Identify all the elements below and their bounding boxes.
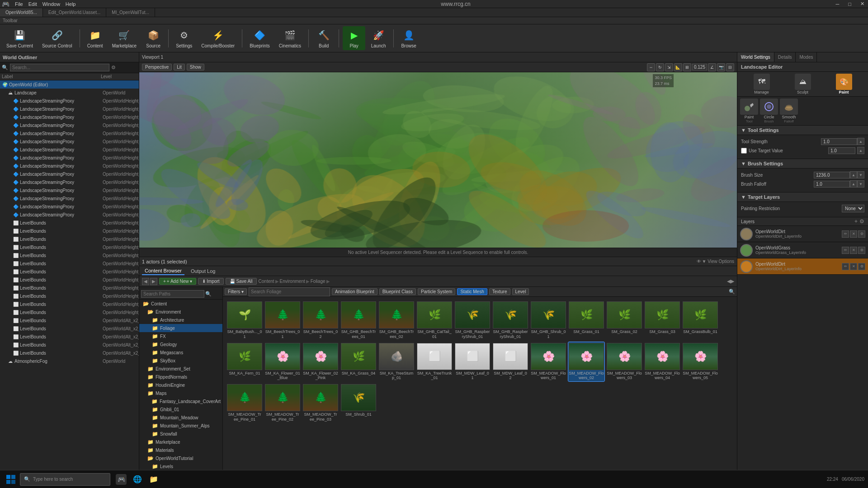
filter-particle[interactable]: Particle System (418, 288, 455, 295)
asset-item[interactable]: 🌱 SM_BabyBush..._01 (226, 300, 263, 340)
launch-button[interactable]: 🚀 Launch (367, 26, 390, 50)
tree-item[interactable]: 🔷 LandscapeStreamingProxy OpenWorldHeigh… (0, 145, 139, 154)
tree-item[interactable]: ⬜ LevelBounds OpenWorldHeight_x0_y0 (0, 308, 139, 316)
tree-item[interactable]: 🔷 LandscapeStreamingProxy OpenWorldHeigh… (0, 105, 139, 113)
cb-tab-content[interactable]: Content Browser (142, 267, 184, 275)
layer-delete-btn[interactable]: ✕ (850, 263, 857, 270)
cb-forward-button[interactable]: ▶ (150, 278, 157, 285)
layer-item[interactable]: OpenWorldGrass OpenWorldGrass_LayerInfo … (737, 242, 868, 258)
filter-texture[interactable]: Texture (489, 288, 510, 295)
asset-item[interactable]: 🌲 SM_BeechTrees_01 (264, 300, 301, 340)
blueprints-button[interactable]: 🔷 Blueprints (246, 26, 273, 50)
tree-item[interactable]: ⬜ LevelBounds OpenWorldAlt_x2_y0 (0, 316, 139, 324)
asset-item[interactable]: 🌾 SM_GHB_Shrub_01 (530, 300, 566, 340)
tree-item[interactable]: ⬜ LevelBounds OpenWorldHeight_x1_z1 (0, 243, 139, 251)
filter-animation[interactable]: Animation Blueprint (332, 288, 377, 295)
tree-item[interactable]: ⬜ LevelBounds OpenWorldHeight_x1_y1 (0, 276, 139, 284)
tree-item[interactable]: ⬜ LevelBounds OpenWorldAlt_x2_y3 (0, 349, 139, 357)
layer-more-btn[interactable]: ⚙ (858, 230, 865, 238)
layer-edit-btn[interactable]: ✏ (842, 230, 849, 238)
folder-item[interactable]: 📁 HoudiniEngine (139, 381, 222, 389)
layer-add-button[interactable]: + (854, 218, 858, 225)
taskbar-explorer-icon[interactable]: 📁 (146, 472, 161, 487)
asset-item[interactable]: ⬜ SM_KA_TreeTrunk_01 (416, 342, 453, 382)
save-all-button[interactable]: 💾 Save All (226, 278, 257, 285)
asset-item[interactable]: 🌸 SM_KA_Flower_02_Pink (302, 342, 339, 382)
tree-item[interactable]: 🔷 LandscapeStreamingProxy OpenWorldHeigh… (0, 186, 139, 194)
asset-item[interactable]: 🌾 SM_GHB_RaspberryShrub_01 (492, 300, 528, 340)
tab-world-settings[interactable]: World Settings (737, 52, 774, 62)
folder-item[interactable]: 📁 Snowfall (139, 430, 222, 438)
filters-dropdown[interactable]: Filters ▾ (225, 288, 247, 295)
painting-restriction-select[interactable]: None (842, 205, 864, 212)
layer-edit-btn[interactable]: ✏ (842, 263, 849, 270)
brush-falloff-input[interactable] (814, 181, 850, 188)
circle-tool-btn[interactable]: Circle Brush (760, 99, 778, 123)
asset-item[interactable]: 🌿 SM_KA_Fern_01 (226, 342, 263, 382)
asset-item[interactable]: 🌿 SM_Grass_03 (644, 300, 680, 340)
brush-size-down[interactable]: ▼ (857, 171, 864, 178)
tree-item[interactable]: ⬜ LevelBounds OpenWorldAlt_x2_y1 (0, 324, 139, 333)
asset-item[interactable]: 🌸 SM_MEADOW_Flowers_05 (682, 342, 718, 382)
layer-item[interactable]: OpenWorldDirt OpenWorldDirt_LayerInfo ✏ … (737, 258, 868, 275)
window-minimize[interactable]: ─ (836, 1, 840, 7)
tab-modes[interactable]: Modes (796, 52, 817, 62)
browse-button[interactable]: 👤 Browse (397, 26, 420, 50)
vp-scale-icon[interactable]: ⇲ (665, 63, 673, 71)
source-control-button[interactable]: 🔗 Source Control (38, 26, 76, 50)
asset-item[interactable]: 🌿 SM_GrassBulb_01 (682, 300, 718, 340)
tree-item[interactable]: 🔷 LandscapeStreamingProxy OpenWorldHeigh… (0, 202, 139, 211)
settings-button[interactable]: ⚙ Settings (172, 26, 196, 50)
layer-edit-btn[interactable]: ✏ (842, 247, 849, 254)
brush-falloff-down[interactable]: ▼ (857, 180, 864, 188)
folder-item[interactable]: 📁 FlippedNormals (139, 373, 222, 381)
folder-item[interactable]: 📁 Geology (139, 340, 222, 348)
tree-item[interactable]: 🔷 LandscapeStreamingProxy OpenWorldHeigh… (0, 194, 139, 202)
app-tab-1[interactable]: OpenWorld85... (0, 8, 43, 17)
tree-item[interactable]: ⬜ LevelBounds OpenWorldHeight_x2_y0 (0, 219, 139, 227)
asset-item[interactable]: 🌲 SM_BeechTrees_02 (302, 300, 339, 340)
tree-item[interactable]: ⬜ LevelBounds OpenWorldHeight_x2_y1 (0, 292, 139, 300)
folder-item[interactable]: 📁 Maps (139, 389, 222, 397)
paint-tool-btn[interactable]: Paint Tool (740, 99, 758, 123)
use-target-spinner[interactable]: ▲ (857, 147, 864, 154)
asset-item[interactable]: 🌲 SM_GHB_BeechTrees_02 (378, 300, 415, 340)
asset-item[interactable]: 🌿 SM_GHB_CatTail_01 (416, 300, 453, 340)
tree-item[interactable]: ⬜ LevelBounds OpenWorldAlt_x2_y3 (0, 341, 139, 349)
cb-tab-output[interactable]: Output Log (188, 267, 218, 275)
tab-details[interactable]: Details (774, 52, 796, 62)
menu-item-file[interactable]: File (15, 1, 23, 7)
tree-item[interactable]: 🔷 LandscapeStreamingProxy OpenWorldHeigh… (0, 170, 139, 178)
vp-snap-icon[interactable]: 📐 (674, 63, 682, 71)
folder-item[interactable]: 📁 Fantasy_Landscape_CoverArt (139, 397, 222, 405)
folder-item[interactable]: 📁 Ghibli_01 (139, 405, 222, 413)
asset-item[interactable]: 🌿 SM_Grass_01 (568, 300, 604, 340)
viewport-show-button[interactable]: Show (187, 64, 204, 70)
tree-item[interactable]: 🔷 LandscapeStreamingProxy OpenWorldHeigh… (0, 129, 139, 137)
asset-item[interactable]: 🌸 SM_MEADOW_Flowers_01 (530, 342, 566, 382)
layer-options-button[interactable]: ⚙ (859, 218, 864, 225)
tool-manage[interactable]: 🗺 Manage (754, 74, 770, 94)
marketplace-button[interactable]: 🛒 Marketplace (108, 26, 140, 50)
breadcrumb-content[interactable]: Content (259, 279, 274, 284)
tree-item[interactable]: ⬜ LevelBounds OpenWorldHeight_x3_y3 (0, 259, 139, 267)
cinematics-button[interactable]: 🎬 Cinematics (275, 26, 305, 50)
taskbar-ue-icon[interactable]: 🎮 (114, 472, 128, 487)
world-outliner-search-input[interactable] (10, 64, 109, 71)
asset-item[interactable]: 🌸 SM_MEADOW_Flowers_04 (644, 342, 680, 382)
tool-strength-spinner[interactable]: ▲ (857, 138, 864, 145)
folder-item[interactable]: 📁 Mountain_Meadow (139, 413, 222, 422)
cb-back-button[interactable]: ◀ (142, 278, 149, 285)
world-outliner-tree[interactable]: 🌍 OpenWorld (Editor) ⛰ Landscape OpenWor… (0, 80, 139, 488)
asset-item[interactable]: 🌲 SM_MEADOW_Tree_Pine_03 (302, 383, 339, 423)
folder-item[interactable]: 📂 Content (139, 300, 222, 308)
app-tab-2[interactable]: Edit_OpenWorld.Uasset... (43, 8, 106, 17)
tree-item[interactable]: ☁ AtmosphericFog OpenWorld (0, 357, 139, 365)
vp-rotate-icon[interactable]: ↻ (656, 63, 664, 71)
play-button[interactable]: ▶ Play (343, 26, 365, 50)
asset-item[interactable]: 🌾 SM_Shrub_01 (340, 383, 377, 423)
filter-blueprint[interactable]: Blueprint Class (379, 288, 416, 295)
asset-item[interactable]: ⬜ SM_MDW_Leaf_02 (492, 342, 528, 382)
taskbar-chrome-icon[interactable]: 🌐 (130, 472, 145, 487)
tree-item[interactable]: ⬜ LevelBounds OpenWorldHeight_x0_y0 (0, 284, 139, 292)
